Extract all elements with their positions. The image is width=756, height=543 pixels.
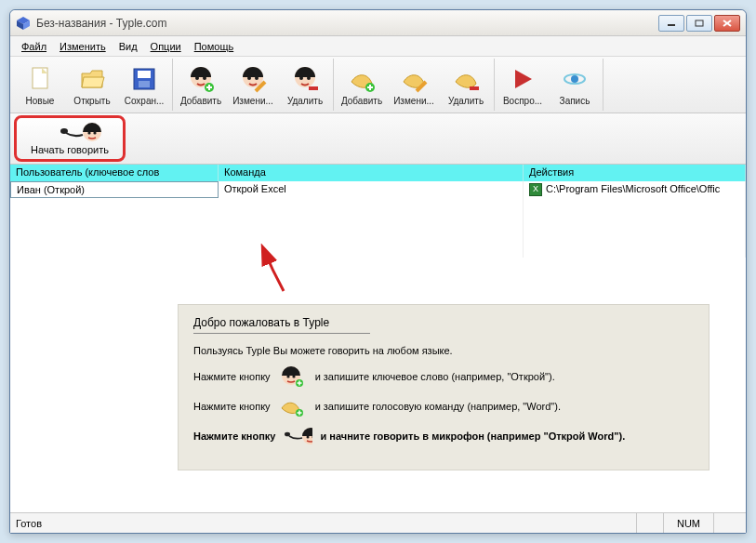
header-actions[interactable]: Действия [524,165,746,181]
edit-command-button[interactable]: Измени... [388,59,440,111]
welcome-row-2: Нажмите кнопку и запишите голосовую кома… [193,395,694,417]
svg-point-35 [87,131,90,134]
record-button[interactable]: Запись [549,59,601,111]
cell-action[interactable]: C:\Program Files\Microsoft Office\Offic [524,181,746,258]
svg-point-24 [307,76,311,80]
svg-point-33 [571,75,578,83]
svg-point-51 [285,432,290,437]
close-button[interactable] [714,15,740,32]
svg-rect-11 [139,81,150,87]
excel-icon [529,183,542,196]
minimize-button[interactable] [658,15,684,32]
hand-edit-icon [399,64,429,94]
add-user-button[interactable]: Добавить [175,59,227,111]
maximize-button[interactable] [686,15,712,32]
svg-point-14 [203,76,206,80]
toolbar: Новые Открыть Сохран... Добавить Измени.… [10,57,746,113]
play-button[interactable]: Воспро... [497,59,549,111]
face-add-icon [186,64,216,94]
add-command-button[interactable]: Добавить [336,59,388,111]
svg-point-23 [299,76,303,80]
microphone-face-icon [283,425,312,447]
data-grid: Иван (Открой) Открой Excel C:\Program Fi… [10,181,746,258]
svg-point-19 [247,76,251,80]
save-icon [129,64,159,94]
svg-rect-4 [696,20,703,26]
open-button[interactable]: Открыть [66,59,118,111]
header-user[interactable]: Пользователь (ключевое слов [10,165,219,181]
play-icon [508,64,537,94]
welcome-row-1: Нажмите кнопку и запишите ключевое слово… [193,365,694,388]
svg-point-20 [255,76,259,80]
save-button[interactable]: Сохран... [118,59,170,111]
new-button[interactable]: Новые [14,59,66,111]
titlebar: Без-названия - Typle.com [10,10,746,36]
menu-help[interactable]: Помощь [189,39,240,54]
header-command[interactable]: Команда [219,165,524,181]
delete-command-button[interactable]: Удалить [440,59,492,111]
window-title: Без-названия - Typle.com [36,17,658,30]
svg-rect-7 [33,68,47,88]
cell-command[interactable]: Открой Excel [219,181,524,258]
column-headers: Пользователь (ключевое слов Команда Дейс… [10,165,746,181]
svg-rect-10 [138,71,151,78]
menu-edit[interactable]: Изменить [54,39,112,54]
svg-point-49 [307,436,310,439]
status-ready: Готов [16,518,42,529]
new-file-icon [25,64,55,94]
welcome-panel: Добро пожаловать в Typle Пользуясь Typle… [178,304,710,470]
hand-add-icon [347,64,377,94]
svg-point-40 [286,375,289,377]
face-edit-icon [238,64,268,94]
svg-point-13 [195,76,199,80]
cell-user[interactable]: Иван (Открой) [10,181,219,198]
status-num: NUM [663,513,713,533]
start-speaking-button[interactable]: Начать говорить [14,115,126,162]
svg-point-37 [60,128,68,134]
record-icon [560,64,590,94]
menu-file[interactable]: Файл [16,39,52,54]
face-add-icon [278,365,308,388]
welcome-title: Добро пожаловать в Typle [193,316,370,334]
folder-open-icon [77,64,107,94]
hand-add-icon [278,395,308,417]
menu-view[interactable]: Вид [113,39,143,54]
status-seg-3 [713,513,740,533]
welcome-intro: Пользуясь Typle Вы можете говорить на лю… [193,345,694,356]
window-controls [658,15,740,32]
menu-options[interactable]: Опции [145,39,187,54]
svg-point-41 [292,375,295,377]
svg-marker-31 [515,70,532,88]
status-seg-1 [636,513,663,533]
statusbar: Готов NUM [10,512,746,533]
edit-user-button[interactable]: Измени... [227,59,279,111]
face-delete-icon [290,64,320,94]
app-icon [16,16,31,31]
microphone-face-icon [57,122,83,142]
svg-point-36 [93,131,96,134]
menubar: Файл Изменить Вид Опции Помощь [10,36,746,57]
delete-user-button[interactable]: Удалить [279,59,331,111]
toolbar-row-2: Начать говорить [10,113,746,165]
action-path: C:\Program Files\Microsoft Office\Offic [546,183,720,194]
app-window: Без-названия - Typle.com Файл Изменить В… [9,9,747,534]
welcome-row-3: Нажмите кнопку и начните говорить в микр… [193,425,694,447]
hand-delete-icon [451,64,481,94]
